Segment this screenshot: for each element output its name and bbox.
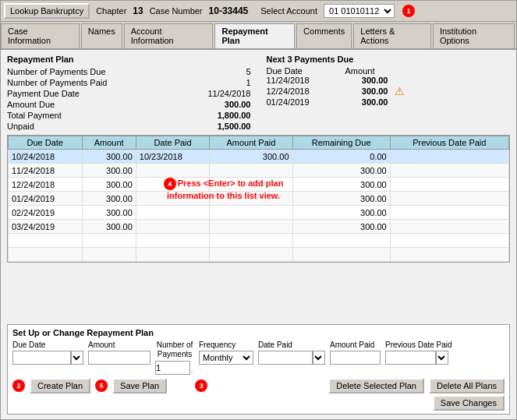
amount-paid-label: Amount Paid: [330, 341, 381, 349]
tab-repayment-plan[interactable]: Repayment Plan: [214, 23, 295, 48]
cell-amount-paid: [210, 164, 292, 178]
info-row-total: Total Payment 1,800.00: [7, 110, 251, 121]
cell-prev-date: [390, 220, 508, 234]
th-amount: Amount: [82, 136, 136, 150]
amount-field-group: Amount: [88, 341, 150, 365]
prev-date-paid-input[interactable]: [385, 351, 436, 365]
save-plan-button[interactable]: Save Plan: [112, 378, 167, 394]
bottom-fields: Due Date ▼ Amount Number ofPayments: [12, 341, 505, 375]
next-payments: Next 3 Payments Due Due Date Amount 11/2…: [267, 55, 511, 132]
table-row[interactable]: 02/24/2019 300.00 300.00: [9, 206, 509, 220]
date-paid-dropdown[interactable]: ▼: [313, 351, 325, 365]
cell-date-paid: [136, 192, 210, 206]
cell-date-paid: 10/23/2018: [136, 150, 210, 164]
table-row[interactable]: 12/24/2018 300.00 300.00: [9, 178, 509, 192]
amount-input[interactable]: [88, 351, 150, 365]
case-number-value: 10-33445: [209, 5, 249, 16]
tab-institution-options[interactable]: Institution Options: [433, 23, 515, 48]
case-number-label: Case Number: [150, 6, 203, 16]
pay-row-2: 12/24/2018 300.00 ⚠: [267, 85, 511, 97]
bottom-title: Set Up or Change Repayment Plan: [12, 328, 505, 337]
cell-amount-paid: 300.00: [210, 150, 292, 164]
tab-letters-actions[interactable]: Letters & Actions: [353, 23, 431, 48]
annotation-circle-2: 2: [12, 379, 25, 392]
tab-account-information[interactable]: Account Information: [124, 23, 214, 48]
value-num-paid: 1: [204, 78, 251, 87]
table-row[interactable]: 01/24/2019 300.00 300.00: [9, 192, 509, 206]
cell-due-date: 11/24/2018: [9, 164, 83, 178]
num-payments-input[interactable]: [155, 361, 190, 375]
warning-icon: ⚠: [395, 85, 405, 97]
table-row[interactable]: [9, 234, 509, 248]
cell-amount: 300.00: [82, 206, 136, 220]
table-row[interactable]: 11/24/2018 300.00 300.00: [9, 164, 509, 178]
content-area: Repayment Plan Number of Payments Due 5 …: [1, 50, 516, 419]
prev-date-paid-dropdown[interactable]: ▼: [436, 351, 448, 365]
info-row-num-paid: Number of Payments Paid 1: [7, 77, 251, 88]
amount-paid-input[interactable]: [330, 351, 381, 365]
cell-prev-date: [390, 206, 508, 220]
cell-due-date: 01/24/2019: [9, 192, 83, 206]
frequency-select[interactable]: Monthly Weekly Bi-Weekly Quarterly: [199, 351, 253, 365]
due-date-input[interactable]: [12, 351, 71, 365]
pay-amount-3: 300.00: [329, 97, 391, 107]
table-wrapper: Due Date Amount Date Paid Amount Paid Re…: [7, 135, 510, 321]
pay-date-3: 01/24/2019: [267, 97, 329, 107]
label-total: Total Payment: [7, 111, 62, 120]
cell-remaining: [292, 234, 390, 248]
cell-amount: 300.00: [82, 178, 136, 192]
tab-comments[interactable]: Comments: [296, 23, 352, 48]
chapter-label: Chapter: [96, 6, 126, 16]
account-select[interactable]: 01 01010112: [324, 4, 395, 18]
num-payments-field-group: Number ofPayments: [155, 341, 194, 375]
date-paid-field-group: Date Paid ▼: [258, 341, 325, 365]
th-prev-date-paid: Previous Date Paid: [390, 136, 508, 150]
chapter-value: 13: [133, 5, 143, 16]
cell-due-date: 10/24/2018: [9, 150, 83, 164]
delete-all-plans-button[interactable]: Delete All Plans: [429, 378, 505, 394]
cell-prev-date: [390, 234, 508, 248]
prev-date-paid-label: Previous Date Paid: [385, 341, 452, 349]
pay-row-3: 01/24/2019 300.00: [267, 97, 511, 107]
info-row-unpaid: Unpaid 1,500.00: [7, 121, 251, 132]
due-date-field-label: Due Date: [12, 341, 83, 349]
table-row[interactable]: [9, 248, 509, 262]
value-total: 1,800.00: [204, 111, 251, 120]
bottom-section: Set Up or Change Repayment Plan Due Date…: [7, 324, 510, 415]
pay-row-1: 11/24/2018 300.00: [267, 76, 511, 85]
top-bar: Lookup Bankruptcy Chapter 13 Case Number…: [1, 1, 516, 22]
cell-due-date: [9, 248, 83, 262]
save-changes-button[interactable]: Save Changes: [433, 395, 505, 411]
info-row-amount-due: Amount Due 300.00: [7, 99, 251, 110]
cell-due-date: [9, 234, 83, 248]
cell-remaining: 0.00: [292, 150, 390, 164]
tab-case-information[interactable]: Case Information: [1, 23, 80, 48]
value-num-due: 5: [204, 67, 251, 76]
data-table-container[interactable]: Due Date Amount Date Paid Amount Paid Re…: [7, 135, 510, 263]
due-date-dropdown[interactable]: ▼: [71, 351, 83, 365]
date-paid-label: Date Paid: [258, 341, 325, 349]
th-due-date: Due Date: [9, 136, 83, 150]
th-date-paid: Date Paid: [136, 136, 210, 150]
cell-amount-paid: [210, 248, 292, 262]
cell-date-paid: [136, 248, 210, 262]
bottom-buttons-row: 2 Create Plan 5 Save Plan 3 Delete Selec…: [12, 378, 505, 394]
cell-date-paid: [136, 164, 210, 178]
table-row[interactable]: 10/24/2018 300.00 10/23/2018 300.00 0.00: [9, 150, 509, 164]
delete-selected-plan-button[interactable]: Delete Selected Plan: [328, 378, 424, 394]
create-plan-button[interactable]: Create Plan: [30, 378, 90, 394]
cell-prev-date: [390, 178, 508, 192]
cell-amount-paid: [210, 234, 292, 248]
cell-due-date: 02/24/2019: [9, 206, 83, 220]
cell-amount-paid: [210, 206, 292, 220]
cell-date-paid: [136, 206, 210, 220]
date-paid-input[interactable]: [258, 351, 313, 365]
tab-names[interactable]: Names: [81, 23, 122, 48]
cell-date-paid: [136, 220, 210, 234]
num-payments-label: Number ofPayments: [155, 341, 194, 359]
table-row[interactable]: 03/24/2019 300.00 300.00: [9, 220, 509, 234]
next-payments-title: Next 3 Payments Due: [267, 55, 511, 64]
cell-amount: [82, 234, 136, 248]
lookup-bankruptcy-button[interactable]: Lookup Bankruptcy: [4, 3, 90, 19]
tabs-bar: Case Information Names Account Informati…: [1, 22, 516, 50]
